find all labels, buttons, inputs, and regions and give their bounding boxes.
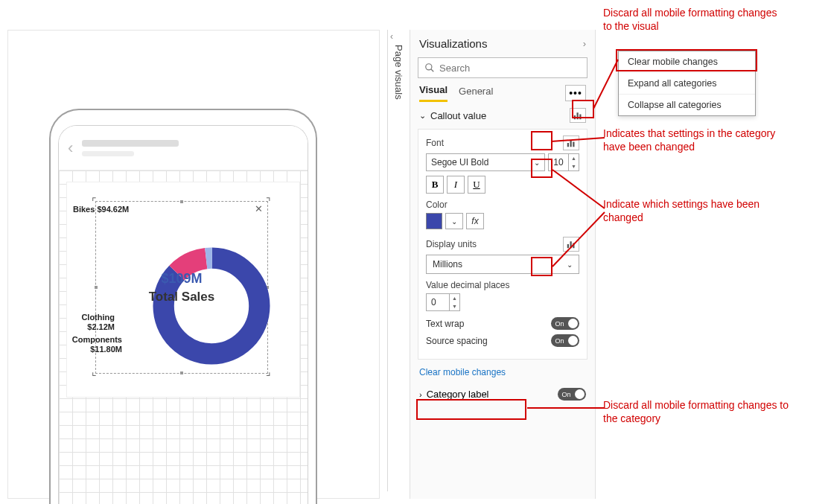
section-callout-value[interactable]: ⌄ Callout value: [410, 102, 595, 129]
svg-rect-8: [567, 143, 569, 147]
panel-expand-icon[interactable]: ›: [583, 38, 586, 49]
source-spacing-label: Source spacing: [426, 336, 488, 346]
svg-rect-12: [570, 241, 572, 248]
annotation-text: Discard all mobile formatting changes to…: [603, 6, 786, 33]
clear-mobile-changes-link[interactable]: Clear mobile changes: [410, 363, 595, 382]
text-wrap-label: Text wrap: [426, 319, 464, 329]
changed-indicator-icon[interactable]: [563, 237, 579, 252]
header-placeholder: [82, 140, 299, 156]
callout-value-card: Font Segoe UI Bold ⌄ 10 ▲▼ B I U Color ⌄…: [418, 129, 587, 360]
svg-rect-11: [567, 244, 569, 248]
resize-handle-bm[interactable]: [180, 371, 183, 374]
category-label-toggle[interactable]: On: [558, 388, 586, 401]
resize-handle-tr[interactable]: ⌝: [266, 196, 271, 208]
decimal-places-label: Value decimal places: [426, 280, 579, 290]
vertical-divider: [387, 30, 388, 491]
changed-indicator-icon[interactable]: [570, 108, 586, 123]
display-units-label: Display units: [426, 239, 477, 249]
font-size-stepper[interactable]: 10 ▲▼: [548, 153, 579, 171]
resize-handle-ml[interactable]: [95, 286, 98, 289]
section-title: Callout value: [430, 110, 486, 121]
step-down-icon[interactable]: ▼: [450, 302, 459, 310]
font-size-value: 10: [549, 157, 568, 168]
svg-line-4: [431, 69, 434, 72]
resize-handle-tm[interactable]: [180, 200, 183, 203]
search-input[interactable]: [439, 63, 581, 74]
chevron-down-icon: ⌄: [534, 159, 540, 167]
annotation-text: Indicates that settings in the category …: [603, 127, 797, 153]
chevron-right-icon: ›: [419, 390, 422, 399]
bold-button[interactable]: B: [426, 176, 444, 194]
color-dropdown-button[interactable]: ⌄: [445, 213, 463, 229]
phone-screen: ‹ ⌜ ⌝ ⌞ ⌟ ✕: [58, 125, 308, 504]
back-icon[interactable]: ‹: [68, 138, 73, 158]
italic-button[interactable]: I: [447, 176, 465, 194]
more-options-menu: Clear mobile changes Expand all categori…: [618, 51, 756, 116]
callout-label: Total Sales: [149, 290, 215, 304]
svg-rect-7: [579, 115, 581, 120]
phone-frame: ‹ ⌜ ⌝ ⌞ ⌟ ✕: [49, 109, 317, 504]
data-label-bikes: Bikes $94.62M: [73, 205, 129, 214]
font-family-select[interactable]: Segoe UI Bold ⌄: [426, 153, 545, 171]
display-units-select[interactable]: Millions ⌄: [426, 255, 579, 274]
svg-rect-5: [574, 115, 576, 119]
display-units-value: Millions: [433, 259, 462, 269]
collapse-chevron-icon[interactable]: ‹: [390, 31, 393, 42]
svg-line-14: [593, 60, 618, 109]
step-up-icon[interactable]: ▲: [450, 294, 459, 302]
svg-rect-10: [573, 142, 574, 147]
resize-handle-bl[interactable]: ⌞: [92, 366, 97, 377]
text-wrap-toggle[interactable]: On: [551, 317, 579, 330]
svg-rect-9: [570, 140, 572, 147]
callout-value: $109M: [149, 271, 215, 287]
font-label: Font: [426, 138, 444, 148]
data-label-clothing: Clothing $2.12M: [70, 313, 115, 331]
color-label: Color: [426, 200, 579, 210]
tab-visual[interactable]: Visual: [419, 84, 448, 102]
svg-point-3: [426, 64, 432, 70]
changed-indicator-icon[interactable]: [563, 135, 579, 150]
visualizations-panel: Visualizations › Visual General ••• ⌄ Ca…: [410, 30, 596, 499]
chevron-down-icon: ⌄: [567, 261, 573, 269]
layout-grid[interactable]: ⌜ ⌝ ⌞ ⌟ ✕ $109M Tota: [59, 170, 308, 504]
donut-svg: [148, 243, 275, 369]
close-icon[interactable]: ✕: [255, 203, 263, 214]
decimal-places-stepper[interactable]: 0 ▲▼: [426, 293, 460, 311]
search-box[interactable]: [418, 57, 587, 78]
chart-center: $109M Total Sales: [149, 271, 215, 304]
section-title: Category label: [427, 389, 489, 400]
underline-button[interactable]: U: [468, 176, 485, 194]
page-visuals-label[interactable]: Page visuals: [393, 45, 404, 100]
mobile-canvas: ‹ ⌜ ⌝ ⌞ ⌟ ✕: [7, 30, 380, 499]
menu-clear-mobile-changes[interactable]: Clear mobile changes: [619, 51, 755, 73]
color-swatch[interactable]: [426, 213, 442, 229]
section-category-label[interactable]: › Category label On: [410, 382, 595, 406]
decimal-value: 0: [427, 297, 449, 307]
chevron-down-icon: ⌄: [419, 111, 426, 121]
panel-title: Visualizations: [419, 37, 487, 50]
app-header: ‹: [59, 126, 308, 170]
annotation-text: Indicate which settings have been change…: [603, 197, 782, 224]
font-family-value: Segoe UI Bold: [431, 157, 488, 168]
search-icon: [424, 63, 435, 73]
step-down-icon[interactable]: ▼: [569, 162, 579, 170]
annotation-text: Discard all mobile formatting changes to…: [603, 398, 789, 425]
fx-button[interactable]: fx: [466, 213, 484, 229]
svg-rect-13: [573, 243, 574, 249]
svg-rect-6: [577, 112, 579, 119]
source-spacing-toggle[interactable]: On: [551, 334, 579, 347]
donut-chart-visual[interactable]: ⌜ ⌝ ⌞ ⌟ ✕ $109M Tota: [66, 182, 300, 398]
step-up-icon[interactable]: ▲: [569, 154, 579, 162]
more-options-button[interactable]: •••: [565, 85, 586, 101]
data-label-components: Components $11.80M: [64, 335, 122, 354]
menu-collapse-all[interactable]: Collapse all categories: [619, 95, 755, 115]
tab-general[interactable]: General: [459, 86, 493, 101]
menu-expand-all[interactable]: Expand all categories: [619, 73, 755, 95]
